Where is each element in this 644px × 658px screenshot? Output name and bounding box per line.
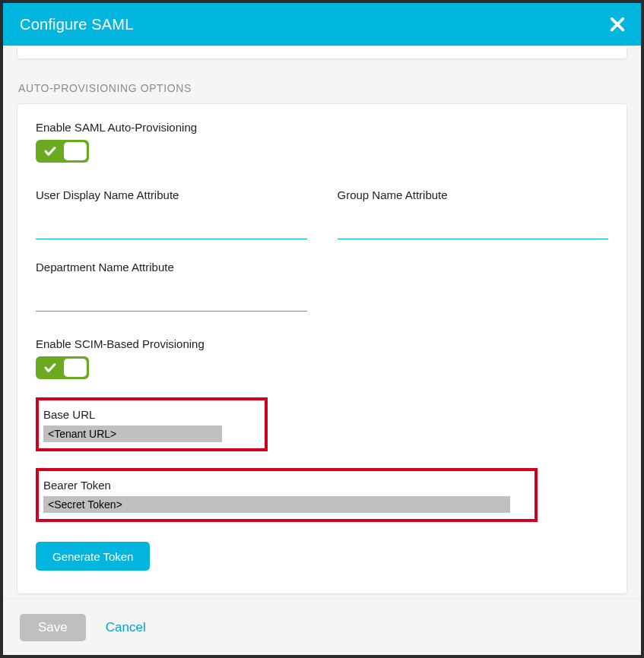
base-url-label: Base URL xyxy=(43,408,260,421)
enable-saml-label: Enable SAML Auto-Provisioning xyxy=(36,121,608,134)
bearer-token-value[interactable]: <Secret Token> xyxy=(43,496,510,513)
attribute-row-1: User Display Name Attribute Group Name A… xyxy=(36,188,608,239)
department-name-input[interactable] xyxy=(36,284,307,312)
attribute-row-2: Department Name Attribute xyxy=(36,261,608,312)
user-display-name-input[interactable] xyxy=(36,212,307,239)
save-button[interactable]: Save xyxy=(20,614,86,641)
group-name-group: Group Name Attribute xyxy=(338,188,609,239)
auto-provisioning-card: Enable SAML Auto-Provisioning User Displ… xyxy=(17,103,627,594)
enable-scim-toggle[interactable] xyxy=(36,356,89,379)
modal-window: Configure SAML AUTO-PROVISIONING OPTIONS… xyxy=(3,3,641,655)
enable-saml-toggle[interactable] xyxy=(36,140,89,163)
base-url-value[interactable]: <Tenant URL> xyxy=(43,425,222,442)
bearer-token-label: Bearer Token xyxy=(43,479,530,492)
user-display-name-group: User Display Name Attribute xyxy=(36,188,307,239)
toggle-knob xyxy=(64,359,87,377)
section-title: AUTO-PROVISIONING OPTIONS xyxy=(18,82,627,94)
close-icon[interactable] xyxy=(609,16,626,33)
user-display-name-label: User Display Name Attribute xyxy=(36,188,307,201)
previous-card-bottom xyxy=(17,46,627,59)
enable-scim-label: Enable SCIM-Based Provisioning xyxy=(36,337,608,350)
modal-body-scroll[interactable]: AUTO-PROVISIONING OPTIONS Enable SAML Au… xyxy=(3,46,641,599)
check-icon xyxy=(43,361,57,375)
generate-token-button[interactable]: Generate Token xyxy=(36,542,150,571)
group-name-input[interactable] xyxy=(338,212,609,239)
modal-content: AUTO-PROVISIONING OPTIONS Enable SAML Au… xyxy=(3,46,641,599)
department-name-group: Department Name Attribute xyxy=(36,261,307,312)
base-url-callout: Base URL <Tenant URL> xyxy=(36,397,268,451)
modal-titlebar: Configure SAML xyxy=(3,3,641,46)
modal-title: Configure SAML xyxy=(20,16,134,33)
department-name-label: Department Name Attribute xyxy=(36,261,307,274)
enable-scim-group: Enable SCIM-Based Provisioning xyxy=(36,337,608,379)
group-name-label: Group Name Attribute xyxy=(338,188,609,201)
toggle-knob xyxy=(64,142,87,160)
check-icon xyxy=(43,144,57,158)
modal-footer: Save Cancel xyxy=(3,599,641,655)
enable-saml-group: Enable SAML Auto-Provisioning xyxy=(36,121,608,163)
cancel-link[interactable]: Cancel xyxy=(106,620,146,635)
bearer-token-callout: Bearer Token <Secret Token> xyxy=(36,468,538,522)
